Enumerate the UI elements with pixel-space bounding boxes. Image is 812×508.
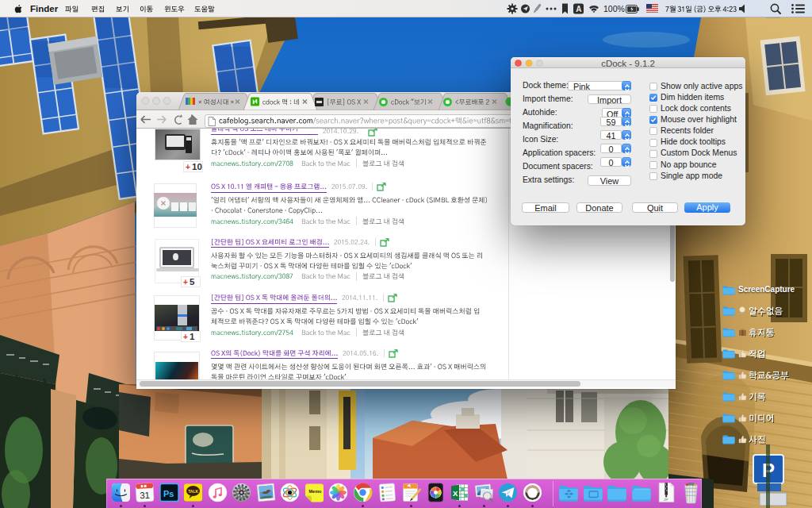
svg-text:A: A bbox=[576, 5, 581, 13]
svg-text:X: X bbox=[453, 489, 458, 498]
svg-text:ZIP: ZIP bbox=[664, 498, 668, 502]
svg-text:31: 31 bbox=[140, 491, 150, 501]
svg-text:Ps: Ps bbox=[163, 489, 174, 498]
svg-text:TALK: TALK bbox=[188, 489, 198, 494]
svg-text:Memo: Memo bbox=[308, 489, 322, 494]
